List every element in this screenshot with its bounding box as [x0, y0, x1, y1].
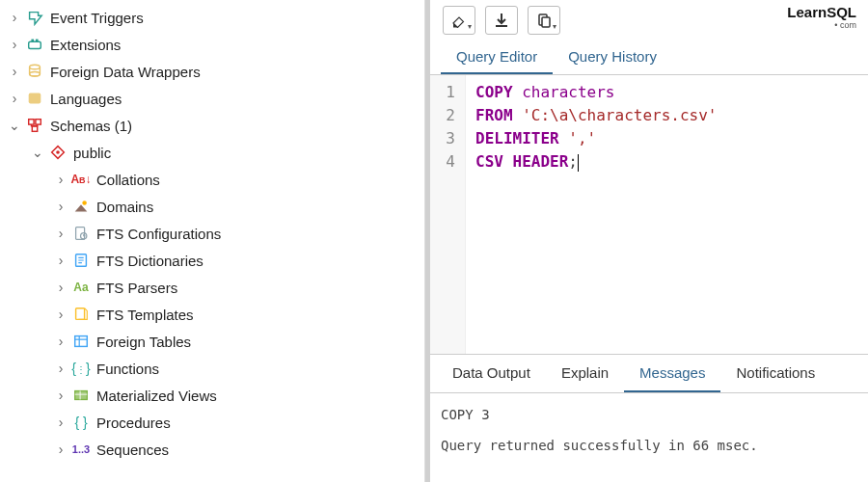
line-number: 2 [429, 104, 455, 127]
code-token [513, 106, 523, 124]
output-tab-data-output[interactable]: Data Output [437, 355, 546, 392]
svg-rect-17 [75, 391, 88, 400]
svg-rect-2 [36, 40, 39, 42]
chevron-right-icon[interactable]: › [54, 173, 68, 186]
tree-item-schema-public[interactable]: ⌄public [0, 139, 424, 166]
procedures-icon: { } [71, 413, 91, 432]
svg-rect-16 [75, 336, 88, 347]
tree-item-languages[interactable]: ›Languages [0, 85, 424, 112]
chevron-down-icon[interactable]: ⌄ [31, 146, 44, 159]
chevron-right-icon[interactable]: › [8, 38, 21, 51]
chevron-right-icon[interactable]: › [8, 92, 21, 105]
tree-label: Foreign Data Wrappers [50, 64, 201, 80]
tree-item-domains[interactable]: ›Domains [0, 193, 424, 220]
tree-label: Languages [50, 91, 122, 107]
chevron-right-icon[interactable]: › [8, 65, 21, 78]
line-number: 1 [429, 81, 455, 104]
code-line[interactable]: DELIMITER ',' [475, 127, 717, 150]
tree-item-sequences[interactable]: ›1..3Sequences [0, 436, 424, 463]
output-tab-explain[interactable]: Explain [546, 355, 624, 392]
matviews-icon [71, 386, 91, 405]
tree-item-fts-parsers[interactable]: ›AaFTS Parsers [0, 274, 424, 301]
pane-resize-handle[interactable] [425, 0, 430, 482]
tab-query-history[interactable]: Query History [553, 40, 672, 74]
svg-point-10 [56, 150, 60, 154]
sql-editor[interactable]: 1234 COPY charactersFROM 'C:\a\character… [425, 75, 868, 354]
line-number: 4 [429, 150, 455, 174]
tree-item-procedures[interactable]: ›{ }Procedures [0, 409, 424, 436]
tab-query-editor[interactable]: Query Editor [441, 40, 553, 74]
eraser-icon [450, 13, 468, 28]
chevron-down-icon: ▾ [553, 22, 556, 31]
chevron-down-icon[interactable]: ⌄ [8, 119, 21, 132]
tree-item-event-triggers[interactable]: ›Event Triggers [0, 4, 424, 31]
tree-item-foreign-tables[interactable]: ›Foreign Tables [0, 328, 424, 355]
erase-button[interactable]: ▾ [443, 6, 475, 35]
chevron-right-icon[interactable]: › [54, 281, 68, 294]
functions-icon: {⋮} [71, 359, 91, 378]
tree-label: Extensions [50, 37, 121, 53]
tree-item-extensions[interactable]: ›Extensions [0, 31, 424, 58]
extensions-icon [25, 35, 44, 54]
learnsql-logo: LearnSQL • com [787, 4, 856, 30]
tree-label: Sequences [96, 442, 169, 458]
message-line: COPY 3 [441, 407, 853, 422]
chevron-right-icon[interactable]: › [54, 227, 68, 240]
code-line[interactable]: FROM 'C:\a\characters.csv' [475, 104, 717, 127]
object-browser-sidebar[interactable]: ›Event Triggers›Extensions›Foreign Data … [0, 0, 424, 482]
code-token: HEADER [513, 152, 569, 171]
fdw-icon [25, 62, 44, 81]
svg-point-4 [30, 71, 41, 76]
code-token: ',' [568, 129, 596, 147]
code-token [503, 152, 513, 171]
tree-item-matviews[interactable]: ›Materialized Views [0, 382, 424, 409]
code-token: FROM [475, 106, 513, 124]
svg-rect-15 [76, 308, 85, 320]
tree-item-collations[interactable]: ›AB↓Collations [0, 166, 424, 193]
tree-label: public [73, 145, 111, 161]
line-number-gutter: 1234 [425, 75, 466, 354]
code-token [559, 129, 569, 147]
output-tab-messages[interactable]: Messages [624, 355, 720, 392]
svg-rect-0 [29, 41, 41, 48]
tree-item-fts-dict[interactable]: ›FTS Dictionaries [0, 247, 424, 274]
tree-item-fts-templates[interactable]: ›FTS Templates [0, 301, 424, 328]
code-line[interactable]: COPY characters [475, 81, 717, 104]
tree-label: Event Triggers [50, 10, 144, 26]
code-token: 'C:\a\characters.csv' [522, 106, 717, 124]
chevron-right-icon[interactable]: › [54, 308, 68, 321]
code-token: DELIMITER [475, 129, 559, 147]
line-number: 3 [429, 127, 455, 150]
code-area[interactable]: COPY charactersFROM 'C:\a\characters.csv… [466, 75, 726, 354]
code-token [513, 83, 523, 101]
chevron-right-icon[interactable]: › [54, 254, 68, 267]
message-line: Query returned successfully in 66 msec. [441, 438, 853, 453]
tree-label: Domains [96, 199, 153, 215]
tree-item-fdw[interactable]: ›Foreign Data Wrappers [0, 58, 424, 85]
event-triggers-icon [25, 8, 44, 27]
code-line[interactable]: CSV HEADER; [475, 150, 717, 174]
svg-point-3 [30, 65, 41, 69]
languages-icon [25, 89, 44, 108]
chevron-right-icon[interactable]: › [54, 442, 68, 456]
fts-config-icon [71, 224, 91, 243]
fts-templates-icon [71, 305, 91, 324]
chevron-right-icon[interactable]: › [54, 335, 68, 348]
output-tabs: Data OutputExplainMessagesNotifications [425, 354, 868, 393]
editor-tabs: Query EditorQuery History [425, 40, 868, 75]
paste-button[interactable]: ▾ [528, 6, 560, 35]
output-tab-notifications[interactable]: Notifications [720, 355, 830, 392]
schema-public-icon [48, 143, 68, 162]
tree-item-fts-config[interactable]: ›FTS Configurations [0, 220, 424, 247]
chevron-right-icon[interactable]: › [54, 415, 68, 429]
sequences-icon: 1..3 [71, 440, 91, 459]
download-button[interactable] [485, 6, 518, 35]
code-token: COPY [475, 83, 513, 101]
foreign-tables-icon [71, 332, 91, 351]
chevron-right-icon[interactable]: › [54, 388, 68, 402]
tree-item-schemas[interactable]: ⌄Schemas (1) [0, 112, 424, 139]
tree-item-functions[interactable]: ›{⋮}Functions [0, 355, 424, 382]
chevron-right-icon[interactable]: › [54, 200, 68, 213]
chevron-right-icon[interactable]: › [8, 11, 21, 24]
chevron-right-icon[interactable]: › [54, 362, 68, 375]
